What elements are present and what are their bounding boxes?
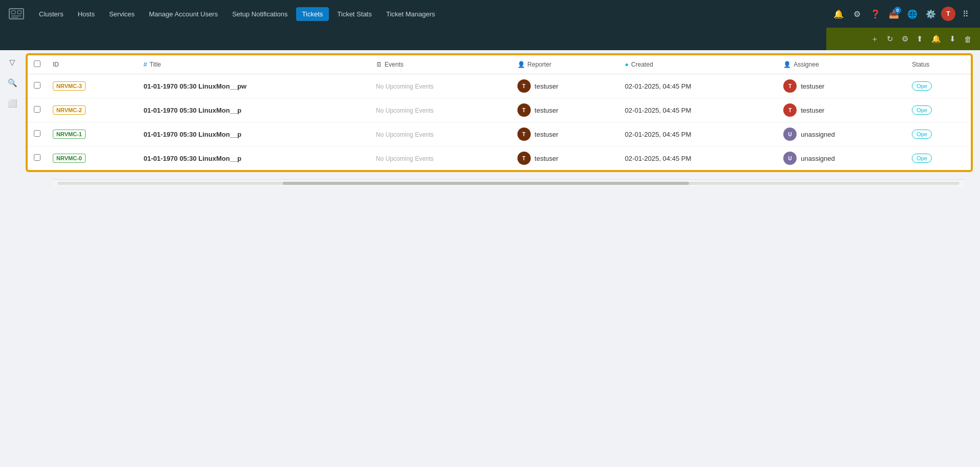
row-checkbox-cell bbox=[28, 98, 47, 122]
filter-settings-btn[interactable]: ⚙ bbox=[900, 32, 910, 46]
subheader: ＋ ↻ ⚙ ⬆ 🔔 ⬇ 🗑 bbox=[0, 28, 980, 50]
add-btn[interactable]: ＋ bbox=[869, 32, 881, 46]
table-row[interactable]: NRVMC-3 01-01-1970 05:30 LinuxMon__pw No… bbox=[28, 74, 971, 98]
row-events-cell: No Upcoming Events bbox=[370, 74, 511, 98]
assignee-avatar: T bbox=[783, 103, 797, 117]
notification-icon-btn[interactable]: 🔔 bbox=[830, 6, 847, 22]
ticket-title: 01-01-1970 05:30 LinuxMon__pw bbox=[143, 82, 246, 90]
table-wrapper: ID # Title 🗓 Events 👤 Reporter bbox=[25, 50, 980, 199]
row-checkbox-0[interactable] bbox=[34, 82, 40, 89]
table-row[interactable]: NRVMC-0 01-01-1970 05:30 LinuxMon__p No … bbox=[28, 146, 971, 171]
app-logo bbox=[6, 4, 27, 24]
top-nav: Clusters Hosts Services Manage Account U… bbox=[0, 0, 980, 28]
row-assignee-cell: U unassigned bbox=[777, 122, 906, 146]
col-header-checkbox bbox=[28, 55, 47, 74]
page-wrapper: Clusters Hosts Services Manage Account U… bbox=[0, 0, 980, 467]
row-checkbox-2[interactable] bbox=[34, 130, 40, 137]
table-row[interactable]: NRVMC-2 01-01-1970 05:30 LinuxMon__p No … bbox=[28, 98, 971, 122]
created-date: 02-01-2025, 04:45 PM bbox=[625, 131, 691, 138]
download-icon-btn[interactable]: 📥 0 bbox=[886, 6, 902, 22]
select-all-checkbox[interactable] bbox=[34, 60, 40, 67]
assignee-name: testuser bbox=[801, 82, 824, 90]
refresh-btn[interactable]: ↻ bbox=[885, 32, 895, 46]
status-badge: Ope bbox=[912, 81, 932, 91]
created-date: 02-01-2025, 04:45 PM bbox=[625, 82, 691, 90]
help-icon-btn[interactable]: ❓ bbox=[867, 6, 884, 22]
subheader-right: ＋ ↻ ⚙ ⬆ 🔔 ⬇ 🗑 bbox=[826, 28, 980, 50]
assignee-name: testuser bbox=[801, 107, 824, 114]
ticket-id-badge[interactable]: NRVMC-2 bbox=[53, 105, 86, 115]
row-title-cell: 01-01-1970 05:30 LinuxMon__pw bbox=[137, 74, 370, 98]
row-title-cell: 01-01-1970 05:30 LinuxMon__p bbox=[137, 98, 370, 122]
search-sidebar-btn[interactable]: 🔍 bbox=[4, 75, 20, 91]
status-badge: Ope bbox=[912, 154, 932, 163]
col-header-reporter: 👤 Reporter bbox=[511, 55, 619, 74]
created-date: 02-01-2025, 04:45 PM bbox=[625, 107, 691, 114]
scrollbar-track bbox=[57, 182, 960, 185]
assignee-name: unassigned bbox=[801, 131, 835, 138]
bottom-scrollbar[interactable] bbox=[53, 179, 964, 186]
svg-rect-2 bbox=[17, 11, 22, 14]
equalizer-icon-btn[interactable]: ⚙ bbox=[849, 6, 865, 22]
nav-services[interactable]: Services bbox=[103, 7, 141, 21]
ticket-id-badge[interactable]: NRVMC-3 bbox=[53, 81, 86, 91]
globe-icon-btn[interactable]: 🌐 bbox=[904, 6, 921, 22]
ticket-table: ID # Title 🗓 Events 👤 Reporter bbox=[28, 55, 971, 170]
settings-icon-btn[interactable]: ⚙️ bbox=[923, 6, 939, 22]
alert-btn[interactable]: 🔔 bbox=[929, 32, 943, 46]
row-status-cell: Ope bbox=[906, 74, 971, 98]
nav-icons: 🔔 ⚙ ❓ 📥 0 🌐 ⚙️ T ⠿ bbox=[830, 6, 974, 22]
row-created-cell: 02-01-2025, 04:45 PM bbox=[619, 74, 777, 98]
row-title-cell: 01-01-1970 05:30 LinuxMon__p bbox=[137, 122, 370, 146]
row-reporter-cell: T testuser bbox=[511, 74, 619, 98]
row-events-cell: No Upcoming Events bbox=[370, 122, 511, 146]
row-reporter-cell: T testuser bbox=[511, 146, 619, 171]
row-created-cell: 02-01-2025, 04:45 PM bbox=[619, 146, 777, 171]
nav-tickets[interactable]: Tickets bbox=[296, 7, 329, 21]
delete-btn[interactable]: 🗑 bbox=[962, 33, 974, 46]
status-badge: Ope bbox=[912, 130, 932, 139]
reporter-name: testuser bbox=[535, 82, 558, 90]
reporter-avatar: T bbox=[517, 103, 531, 117]
row-checkbox-3[interactable] bbox=[34, 154, 40, 161]
row-checkbox-cell bbox=[28, 146, 47, 171]
row-id-cell: NRVMC-3 bbox=[47, 74, 137, 98]
nav-setup-notifications[interactable]: Setup Notifications bbox=[226, 7, 294, 21]
col-header-assignee: 👤 Assignee bbox=[777, 55, 906, 74]
col-header-title: # Title bbox=[137, 55, 370, 74]
svg-rect-1 bbox=[11, 11, 15, 14]
status-badge: Ope bbox=[912, 105, 932, 115]
nav-clusters[interactable]: Clusters bbox=[33, 7, 70, 21]
events-label: No Upcoming Events bbox=[376, 155, 434, 162]
nav-ticket-managers[interactable]: Ticket Managers bbox=[380, 7, 442, 21]
row-status-cell: Ope bbox=[906, 98, 971, 122]
events-label: No Upcoming Events bbox=[376, 83, 434, 90]
reporter-avatar: T bbox=[517, 79, 531, 93]
filter-sidebar-btn[interactable]: ▽ bbox=[4, 54, 20, 71]
row-checkbox-1[interactable] bbox=[34, 106, 40, 113]
ticket-id-badge[interactable]: NRVMC-0 bbox=[53, 154, 86, 163]
ticket-table-container: ID # Title 🗓 Events 👤 Reporter bbox=[27, 54, 972, 171]
nav-hosts[interactable]: Hosts bbox=[72, 7, 101, 21]
table-row[interactable]: NRVMC-1 01-01-1970 05:30 LinuxMon__p No … bbox=[28, 122, 971, 146]
row-checkbox-cell bbox=[28, 74, 47, 98]
grid-icon-btn[interactable]: ⠿ bbox=[957, 6, 974, 22]
export-btn[interactable]: ⬇ bbox=[947, 32, 958, 46]
assignee-avatar: T bbox=[783, 79, 797, 93]
row-created-cell: 02-01-2025, 04:45 PM bbox=[619, 98, 777, 122]
user-avatar-nav[interactable]: T bbox=[941, 7, 955, 21]
col-header-status: Status bbox=[906, 55, 971, 74]
nav-manage-account-users[interactable]: Manage Account Users bbox=[143, 7, 224, 21]
upload-btn[interactable]: ⬆ bbox=[914, 32, 925, 46]
row-assignee-cell: T testuser bbox=[777, 98, 906, 122]
col-header-events: 🗓 Events bbox=[370, 55, 511, 74]
ticket-title: 01-01-1970 05:30 LinuxMon__p bbox=[143, 131, 241, 138]
ticket-id-badge[interactable]: NRVMC-1 bbox=[53, 130, 86, 139]
nav-ticket-stats[interactable]: Ticket Stats bbox=[331, 7, 378, 21]
row-reporter-cell: T testuser bbox=[511, 122, 619, 146]
reporter-name: testuser bbox=[535, 131, 558, 138]
row-reporter-cell: T testuser bbox=[511, 98, 619, 122]
row-events-cell: No Upcoming Events bbox=[370, 98, 511, 122]
row-status-cell: Ope bbox=[906, 146, 971, 171]
view-sidebar-btn[interactable]: ⬜ bbox=[4, 95, 20, 112]
